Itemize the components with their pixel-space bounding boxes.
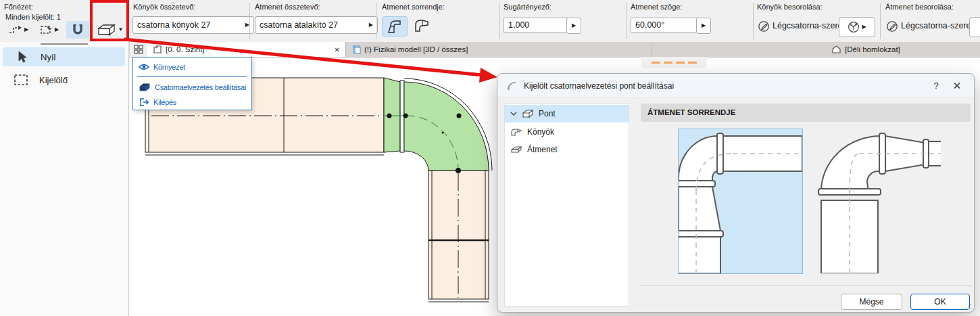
dropdown-arrow-icon[interactable]: ▼ xyxy=(118,27,124,32)
duct-3d-icon xyxy=(97,22,117,37)
tab-label: [0. 0. Szint] xyxy=(166,45,205,53)
elbow-3d-icon xyxy=(510,127,522,137)
tool-marquee[interactable]: Kijelölő xyxy=(3,70,125,89)
duct-elbow-selected[interactable] xyxy=(404,82,489,171)
option-transition-before-elbow[interactable] xyxy=(679,129,802,273)
tab-floor-plan[interactable]: [0. 0. Szint] ✕ xyxy=(147,42,346,57)
transition-before-elbow-button[interactable] xyxy=(382,16,408,37)
menu-item-exit[interactable]: Kilépés xyxy=(133,95,251,110)
tab-overview-button[interactable] xyxy=(130,42,147,57)
duct-settings-icon xyxy=(139,83,151,92)
dialog-help-button[interactable]: ? xyxy=(929,81,944,91)
tab-physical-model[interactable]: (!) Fizikai modell [3D / összes] xyxy=(346,42,652,57)
transition-component-combo[interactable]: csatorna átalakító 27 ▶ xyxy=(255,16,378,34)
radius-factor-input[interactable]: 1,000 xyxy=(504,18,568,32)
palette-dash xyxy=(652,62,660,64)
dialog-separator xyxy=(641,285,972,286)
tool-arrow[interactable]: Nyíl xyxy=(3,47,125,66)
ok-button[interactable]: OK xyxy=(910,294,970,310)
marquee-icon xyxy=(40,24,53,35)
eye-icon xyxy=(139,63,149,71)
elbow-before-transition-button[interactable] xyxy=(410,16,434,35)
transition-component-value: csatorna átalakító 27 xyxy=(260,20,369,30)
palette-dash xyxy=(676,62,685,64)
tree-item-label: Pont xyxy=(539,109,556,118)
flyout-arrow-icon[interactable]: ▶ xyxy=(55,27,59,32)
transition-3d-icon xyxy=(510,145,522,154)
selection-handle[interactable] xyxy=(403,114,408,118)
toolbar-separator xyxy=(376,3,376,39)
menu-item-environment[interactable]: Környezet xyxy=(133,60,251,74)
selection-handle[interactable] xyxy=(457,114,462,118)
toolbar-separator xyxy=(127,3,128,39)
tree-item-label: Átmenet xyxy=(527,145,558,154)
tree-item-transition[interactable]: Átmenet xyxy=(505,141,629,158)
settings-tree-panel: Pont Könyök Átmenet xyxy=(504,104,629,307)
grid-icon xyxy=(134,45,143,54)
toolbar-separator xyxy=(627,3,627,39)
elbow-classification-picker-button[interactable]: ▶ xyxy=(839,17,875,37)
selection-status: Minden kijelölt: 1 xyxy=(5,13,61,21)
transition-order-section-header: ÁTMENET SORRENDJE xyxy=(641,104,971,122)
arrow-cursor-icon xyxy=(16,50,28,64)
transition-component-label: Átmenet összetevő: xyxy=(255,3,320,11)
app-window: Főnézet: Minden kijelölt: 1 ▶ ▶ ▼ xyxy=(0,0,980,316)
tab-label: (!) Fizikai modell [3D / összes] xyxy=(364,45,468,53)
transition-angle-label: Átmenet szöge: xyxy=(631,3,682,11)
house-icon xyxy=(831,45,841,54)
elbow-component-combo[interactable]: csatorna könyök 27 ▶ xyxy=(132,16,254,34)
chevron-down-icon xyxy=(510,111,517,116)
transition-classification-value: Légcsatorna-szerelvér xyxy=(901,21,980,30)
cancel-button[interactable]: Mégse xyxy=(841,294,902,310)
tree-item-elbow[interactable]: Könyök xyxy=(505,123,629,141)
collapsed-palette[interactable] xyxy=(641,57,707,68)
transition-classification-label: Átmenet besorolása: xyxy=(885,3,954,11)
menu-item-label: Csatornaelvezetés beállításai xyxy=(155,83,246,91)
menu-item-label: Kilépés xyxy=(153,98,176,106)
menu-separator xyxy=(137,76,247,77)
flyout-arrow-icon[interactable]: ▶ xyxy=(24,27,28,32)
duct-transition-selected[interactable] xyxy=(384,78,400,152)
floor-plan-icon xyxy=(153,45,162,54)
classification-icon xyxy=(886,20,898,32)
dialog-title: Kijelölt csatornaelvezetési pont beállít… xyxy=(524,81,923,91)
marquee-tool-button[interactable]: ▶ xyxy=(35,21,64,39)
selection-handle[interactable] xyxy=(456,168,461,173)
picker-arrow-icon: ▶ xyxy=(862,24,866,30)
radius-factor-spinner[interactable]: ▶ xyxy=(566,18,581,34)
dialog-title-bar[interactable]: Kijelölt csatornaelvezetési pont beállít… xyxy=(497,74,974,98)
menu-item-duct-settings[interactable]: Csatornaelvezetés beállításai xyxy=(133,80,251,95)
panel-drag-handle[interactable] xyxy=(41,43,88,45)
dialog-close-button[interactable]: ✕ xyxy=(950,80,964,92)
duct-tool-button[interactable]: ▼ xyxy=(94,21,126,39)
option-elbow-before-transition[interactable] xyxy=(817,129,941,273)
palette-dash xyxy=(664,62,672,64)
point-duct-icon xyxy=(522,109,534,118)
tree-item-label: Könyök xyxy=(527,127,554,137)
elbow-classification-label: Könyök besorolása: xyxy=(757,3,823,11)
resize-grip[interactable] xyxy=(965,303,972,310)
elbow-before-transition-icon xyxy=(413,18,431,34)
radius-factor-label: Sugártényező: xyxy=(504,3,552,11)
duct-routing-context-menu: Környezet Csatornaelvezetés beállításai … xyxy=(132,57,252,110)
transition-angle-spinner[interactable]: ▶ xyxy=(696,18,711,34)
spinner-arrow-icon: ▶ xyxy=(572,23,576,28)
tab-south-elevation[interactable]: [Déli homlokzat] xyxy=(652,42,980,57)
tab-close-icon[interactable]: ✕ xyxy=(335,46,340,53)
elbow-component-value: csatorna könyök 27 xyxy=(137,20,245,30)
transition-angle-input[interactable]: 60,000° xyxy=(631,18,698,32)
selection-handle[interactable] xyxy=(387,114,392,118)
exit-icon xyxy=(139,97,149,107)
tree-item-point[interactable]: Pont xyxy=(505,105,629,122)
classification-tree-icon xyxy=(848,21,860,33)
duct-point-settings-dialog: Kijelölt csatornaelvezetési pont beállít… xyxy=(497,73,975,313)
tab-label: [Déli homlokzat] xyxy=(845,45,900,53)
magnet-icon xyxy=(71,23,84,37)
spinner-arrow-icon: ▶ xyxy=(702,23,706,28)
marquee-rect-icon xyxy=(14,74,28,86)
elbow-component-label: Könyök összetevő: xyxy=(133,3,195,11)
magnet-toggle-button[interactable] xyxy=(66,21,89,39)
transition-classification-picker-button[interactable] xyxy=(969,17,980,37)
routing-tool-button[interactable]: ▶ xyxy=(4,21,32,39)
toolbar-separator xyxy=(880,3,881,39)
